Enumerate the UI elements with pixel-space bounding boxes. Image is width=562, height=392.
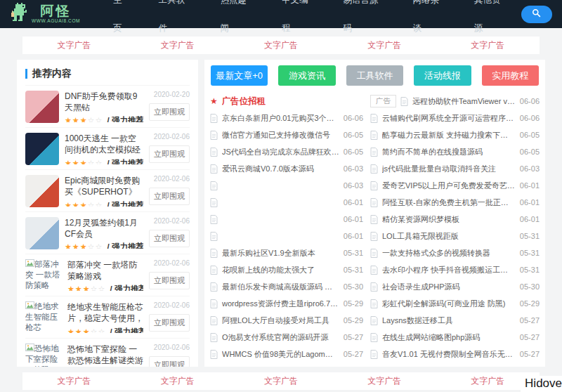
article-title-link[interactable]: 酷享磁力云最新版 支持磁力搜索下载和一... bbox=[382, 130, 516, 141]
article-title-link[interactable]: 去水印小程序 快手抖音视频搬运工上热门... bbox=[382, 265, 516, 275]
broken-thumbnail[interactable]: 恐怖地下室探险 一款恐怖... bbox=[25, 344, 62, 367]
broken-thumbnail[interactable]: 绝地求生智能压枪芯片，... bbox=[25, 301, 62, 334]
article-title-link[interactable]: 音友V1.01 无视付费限制全网音乐无损免费... bbox=[382, 349, 516, 360]
empty-stars-icon: ☆☆ bbox=[88, 242, 103, 249]
article-title-link[interactable]: 阿狸LOL大厅自动接受对局工具 bbox=[222, 315, 339, 326]
text-ad-link[interactable]: 文字广告 bbox=[264, 375, 298, 387]
article-title-link[interactable]: O泡易支付系统官网的源码开源 bbox=[222, 332, 339, 343]
recommended-item-title[interactable]: Epic商城限时免费购买《SUPERHOT》游戏 bbox=[65, 175, 143, 198]
article-title-link[interactable]: 在线生成网站缩略图php源码 bbox=[382, 332, 516, 343]
search-button[interactable] bbox=[521, 6, 552, 23]
thumbnail-image[interactable] bbox=[25, 133, 59, 165]
article-date: 05-31 bbox=[520, 249, 540, 257]
recommended-item: Epic商城限时免费购买《SUPERHOT》游戏★★★☆☆ / 强力推荐2020… bbox=[25, 169, 190, 211]
thumbnail-image[interactable] bbox=[25, 175, 59, 207]
site-logo[interactable]: 阿怪 WWW.AGUAI8.COM bbox=[10, 3, 80, 25]
category-button-2[interactable]: 游戏资讯 bbox=[278, 65, 335, 86]
recommended-item-info: Epic商城限时免费购买《SUPERHOT》游戏★★★☆☆ / 强力推荐 bbox=[65, 175, 143, 207]
empty-stars-icon: ☆☆ bbox=[91, 285, 106, 291]
article-date: 05-31 bbox=[520, 266, 540, 274]
recommended-item-title[interactable]: 绝地求生智能压枪芯片，稳定大号使用，永久免费 bbox=[67, 301, 143, 325]
text-ad-link[interactable]: 文字广告 bbox=[264, 39, 298, 51]
article-list-item: 简约而不简单的在线搜题源码06-05 bbox=[370, 143, 540, 160]
recommended-item-title[interactable]: 恐怖地下室探险 一款恐怖逃生解谜类游戏 bbox=[67, 344, 143, 367]
article-list-item: 去水印小程序 快手抖音视频搬运工上热门...05-31 bbox=[370, 261, 540, 278]
article-date: 05-27 bbox=[344, 350, 363, 358]
view-now-button[interactable]: 立即围观 bbox=[149, 145, 190, 163]
category-button-3[interactable]: 工具软件 bbox=[346, 65, 403, 86]
header-accent-bar bbox=[25, 69, 27, 79]
article-title-link[interactable]: 社会语录生成PHP源码 bbox=[382, 282, 516, 292]
recommended-title: 推荐内容 bbox=[32, 67, 72, 80]
category-button-1[interactable]: 最新文章+0 bbox=[211, 65, 268, 86]
nav-item-5[interactable]: 易语言源码 bbox=[329, 0, 398, 42]
article-date: 05-30 bbox=[344, 282, 363, 291]
recommended-item-title[interactable]: 1000天逃生 一款空间街机的太空模拟经营游戏 bbox=[65, 133, 143, 156]
article-title-link[interactable]: LOL工具箱无限视距版 bbox=[382, 231, 516, 242]
text-ad-link[interactable]: 文字广告 bbox=[58, 375, 91, 387]
article-date: 06-01 bbox=[520, 215, 540, 223]
article-title-link[interactable]: 阿怪互联-自家的免费主机第一批正式开启 bbox=[382, 197, 516, 208]
empty-stars-icon: ☆☆ bbox=[91, 327, 106, 333]
recommended-item-date: 2020-02-06 bbox=[154, 133, 190, 141]
thumbnail-image[interactable] bbox=[25, 91, 59, 123]
article-title-link[interactable]: 爱奇艺VIP5以上用户可免费发爱奇艺VIP红包 bbox=[382, 181, 516, 191]
view-now-button[interactable]: 立即围观 bbox=[149, 314, 190, 332]
article-title-link[interactable]: 一款支持格式众多的视频转换器 bbox=[382, 248, 516, 259]
view-now-button[interactable]: 立即围观 bbox=[149, 230, 190, 247]
article-title-link[interactable]: 精仿某资源网织梦模板 bbox=[382, 214, 516, 225]
nav-item-4[interactable]: 中文编程 bbox=[267, 0, 329, 42]
ad-slot-link[interactable]: 广告位招租 bbox=[222, 96, 363, 107]
view-now-button[interactable]: 立即围观 bbox=[149, 188, 190, 205]
article-title-link[interactable]: 微信官方通知已支持修改微信号 bbox=[222, 130, 339, 141]
red-star-icon: ★ bbox=[210, 96, 218, 106]
broken-thumbnail[interactable]: 部落冲突 一款塔防策略游... bbox=[25, 259, 62, 292]
recommended-item-title[interactable]: 部落冲突 一款塔防策略游戏 bbox=[67, 259, 143, 282]
recommend-label: / 强力推荐 bbox=[105, 159, 143, 164]
nav-item-3[interactable]: 热点趣闻 bbox=[205, 0, 267, 42]
recommended-item-meta: 2020-02-06立即围观 bbox=[149, 344, 190, 367]
nav-item-1[interactable]: 主页 bbox=[98, 0, 144, 42]
recommended-item-title[interactable]: DNF助手免费领取9天黑钻 bbox=[65, 91, 143, 113]
category-button-5[interactable]: 实用教程 bbox=[482, 65, 539, 86]
text-ad-link[interactable]: 文字广告 bbox=[161, 39, 195, 51]
recommended-item-title[interactable]: 12月灵狐签约领1月CF会员 bbox=[65, 217, 143, 240]
article-title-link[interactable]: 远程协助软件TeamViewer v11 单文件版 bbox=[412, 96, 516, 107]
article-list-item: 最新伯乐发卡商城高级版源码 无后门05-30 bbox=[210, 278, 363, 295]
article-title-link[interactable]: Laysns数据迁移工具 bbox=[382, 315, 516, 326]
view-now-button[interactable]: 立即围观 bbox=[149, 103, 190, 121]
article-title-link[interactable]: 彩虹代刷全解源码(可商业用途 防黑) bbox=[382, 299, 516, 309]
thumbnail-image[interactable] bbox=[25, 217, 59, 249]
text-ad-link[interactable]: 文字广告 bbox=[161, 375, 195, 387]
view-now-button[interactable]: 立即围观 bbox=[149, 356, 190, 367]
recommend-label: / 强力推荐 bbox=[105, 201, 143, 207]
star-rating: ★★★☆☆ / 强力推荐 bbox=[65, 242, 143, 249]
text-ad-link[interactable]: 文字广告 bbox=[367, 39, 401, 51]
nav-item-2[interactable]: 工具软件 bbox=[144, 0, 206, 42]
text-ad-link[interactable]: 文字广告 bbox=[471, 39, 504, 51]
article-title-link[interactable]: 云辅购代刷网系统全开源可运营程序搭建 bbox=[382, 113, 516, 124]
nav-item-6[interactable]: 网络杂谈 bbox=[398, 0, 460, 42]
article-title-link[interactable]: js代码批量批量自动取消抖音关注 bbox=[382, 164, 516, 174]
view-now-button[interactable]: 立即围观 bbox=[149, 272, 190, 289]
article-list-item: JS代码全自动完成京东品牌狂欢城活动任务06-05 bbox=[210, 143, 363, 160]
article-title-link[interactable]: 京东白条新用户0.01元购买3个月爱奇艺黄... bbox=[222, 113, 339, 124]
nav-item-7[interactable]: 其他资源 bbox=[459, 0, 521, 42]
text-ad-link[interactable]: 文字广告 bbox=[58, 39, 91, 51]
article-title-link[interactable]: 花呗新上线的功能太强大了 bbox=[222, 265, 339, 275]
article-title-link[interactable]: 最新伯乐发卡商城高级版源码 无后门 bbox=[222, 282, 339, 292]
recommended-item-info: DNF助手免费领取9天黑钻★★★☆☆ / 强力推荐 bbox=[65, 91, 143, 122]
category-button-4[interactable]: 活动线报 bbox=[414, 65, 471, 86]
article-list-item: 06-01 bbox=[210, 211, 363, 228]
article-title-link[interactable]: wordpress资源付费主题ripro6.7含美化包... bbox=[222, 299, 339, 309]
article-title-link[interactable]: JS代码全自动完成京东品牌狂欢城活动任务 bbox=[222, 147, 339, 157]
article-list-item: O泡易支付系统官网的源码开源05-27 bbox=[210, 329, 363, 346]
text-ad-link[interactable]: 文字广告 bbox=[471, 375, 504, 387]
article-title-link[interactable]: 爱讯云商城V0.7.0版本源码 bbox=[222, 164, 339, 174]
article-date: 05-27 bbox=[520, 333, 540, 341]
article-title-link[interactable]: 简约而不简单的在线搜题源码 bbox=[382, 147, 516, 157]
article-title-link[interactable]: WHMCS 价值98美元的Lagom模板开源 bbox=[222, 349, 339, 360]
text-ad-link[interactable]: 文字广告 bbox=[367, 375, 401, 387]
article-title-link[interactable]: 最新乐购社区V1.9全新版本 bbox=[222, 248, 339, 259]
article-date: 06-05 bbox=[520, 148, 540, 156]
